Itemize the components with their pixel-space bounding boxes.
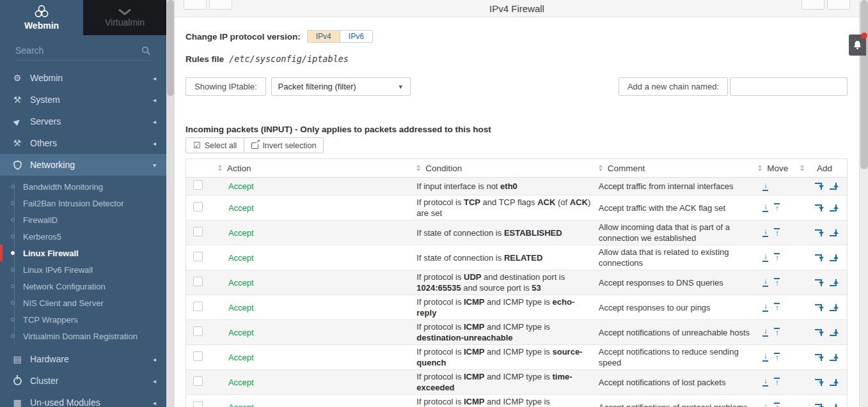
- move-up-button[interactable]: ↑: [774, 253, 780, 262]
- add-rule-above-button[interactable]: [830, 379, 837, 386]
- move-down-button[interactable]: ↓: [762, 203, 768, 212]
- add-rule-below-button[interactable]: [815, 254, 822, 261]
- rule-action-link[interactable]: Accept: [216, 203, 254, 213]
- add-rule-above-button[interactable]: [830, 404, 837, 407]
- move-up-button[interactable]: ↑: [774, 303, 780, 312]
- sidebar-item-virtualmin-domain-registration[interactable]: Virtualmin Domain Registration: [0, 328, 166, 344]
- rule-action-link[interactable]: Accept: [216, 227, 254, 238]
- move-down-button[interactable]: ↓: [762, 228, 768, 237]
- move-down-button[interactable]: ↓: [762, 278, 768, 287]
- add-rule-above-button[interactable]: [830, 304, 837, 311]
- page-scrollbar[interactable]: [859, 0, 868, 407]
- topbar-button[interactable]: [801, 0, 825, 10]
- move-down-button[interactable]: ↓: [762, 403, 768, 407]
- add-rule-below-button[interactable]: [815, 379, 822, 386]
- add-rule-below-button[interactable]: [815, 183, 822, 190]
- sidebar-item-others[interactable]: ⚒Others: [0, 132, 166, 154]
- rule-action-link[interactable]: Accept: [216, 302, 254, 313]
- search-input[interactable]: [15, 45, 141, 56]
- topbar-button[interactable]: [827, 0, 850, 10]
- rule-action-link[interactable]: Accept: [216, 352, 254, 363]
- sidebar-item-servers[interactable]: ▶Servers: [0, 111, 166, 132]
- sidebar-item-hardware[interactable]: ▤Hardware: [0, 348, 166, 370]
- page-scrollbar-thumb[interactable]: [860, 0, 868, 169]
- row-checkbox[interactable]: [193, 180, 203, 190]
- row-checkbox[interactable]: [193, 227, 203, 236]
- sidebar-scrollbar-thumb[interactable]: [167, 0, 174, 96]
- sidebar-scrollbar[interactable]: [166, 0, 175, 407]
- add-rule-below-button[interactable]: [815, 404, 822, 407]
- move-up-button[interactable]: ↑: [774, 203, 780, 212]
- move-up-button[interactable]: ↑: [774, 228, 780, 237]
- add-chain-button[interactable]: Add a new chain named:: [619, 77, 728, 96]
- add-rule-below-button[interactable]: [815, 329, 822, 336]
- add-chain-input[interactable]: [730, 77, 848, 96]
- header-move[interactable]: Move: [754, 162, 799, 175]
- add-rule-above-button[interactable]: [830, 329, 837, 336]
- row-checkbox[interactable]: [193, 302, 203, 311]
- add-rule-above-button[interactable]: [830, 183, 837, 190]
- sidebar-item-kerberos5[interactable]: Kerberos5: [0, 228, 166, 245]
- sidebar-item-fail2ban-intrusion-detector[interactable]: Fail2Ban Intrusion Detector: [0, 195, 166, 211]
- ipv6-button[interactable]: IPv6: [340, 31, 372, 42]
- row-checkbox[interactable]: [193, 202, 203, 211]
- iptable-select[interactable]: Packet filtering (filter) ▼: [271, 77, 411, 96]
- header-condition[interactable]: Condition: [413, 162, 594, 175]
- tab-webmin[interactable]: Webmin: [0, 0, 83, 35]
- topbar-button[interactable]: [209, 0, 232, 10]
- sidebar-item-cluster[interactable]: Cluster: [0, 370, 166, 392]
- sidebar-item-networking[interactable]: Networking: [0, 154, 166, 176]
- rule-action-link[interactable]: Accept: [216, 327, 254, 338]
- row-checkbox[interactable]: [193, 351, 203, 361]
- sidebar-item-system[interactable]: ⚒System: [0, 89, 166, 111]
- move-down-button[interactable]: ↓: [762, 378, 768, 387]
- row-checkbox[interactable]: [193, 401, 203, 407]
- sidebar-item-linux-ipv6-firewall[interactable]: Linux IPv6 Firewall: [0, 261, 166, 278]
- move-down-button[interactable]: ↓: [762, 303, 768, 312]
- rule-action-link[interactable]: Accept: [216, 402, 254, 407]
- add-rule-below-button[interactable]: [815, 354, 822, 361]
- rule-action-link[interactable]: Accept: [216, 181, 254, 192]
- add-rule-below-button[interactable]: [815, 229, 822, 236]
- rule-action-link[interactable]: Accept: [216, 252, 254, 263]
- sidebar-item-webmin[interactable]: ⚙Webmin: [0, 67, 166, 89]
- sidebar-item-tcp-wrappers[interactable]: TCP Wrappers: [0, 311, 166, 328]
- tab-virtualmin[interactable]: Virtualmin: [83, 0, 166, 35]
- add-rule-below-button[interactable]: [815, 304, 822, 311]
- header-action[interactable]: Action: [212, 162, 413, 175]
- topbar-button[interactable]: [184, 0, 207, 10]
- sidebar-item-firewalld[interactable]: FirewallD: [0, 211, 166, 228]
- add-rule-above-button[interactable]: [830, 204, 837, 211]
- notifications-bell-tab[interactable]: [849, 35, 866, 56]
- sidebar-item-linux-firewall[interactable]: Linux Firewall: [0, 245, 166, 261]
- move-up-button[interactable]: ↑: [774, 403, 780, 407]
- sidebar-item-bandwidth-monitoring[interactable]: Bandwidth Monitoring: [0, 178, 166, 195]
- move-up-button[interactable]: ↑: [774, 378, 780, 387]
- move-up-button[interactable]: ↑: [774, 328, 780, 337]
- row-checkbox[interactable]: [193, 376, 203, 386]
- rule-action-link[interactable]: Accept: [216, 277, 254, 288]
- sidebar-item-un-used-modules[interactable]: ▦Un-used Modules: [0, 392, 166, 407]
- move-down-button[interactable]: ↓: [762, 253, 768, 262]
- ipv4-button[interactable]: IPv4: [308, 31, 340, 42]
- rule-action-link[interactable]: Accept: [216, 377, 254, 388]
- sidebar-item-nis-client-and-server[interactable]: NIS Client and Server: [0, 295, 166, 311]
- row-checkbox[interactable]: [193, 326, 203, 336]
- sidebar-item-network-configuration[interactable]: Network Configuration: [0, 278, 166, 295]
- header-comment[interactable]: Comment: [595, 162, 755, 175]
- move-down-button[interactable]: ↓: [762, 328, 768, 337]
- add-rule-above-button[interactable]: [830, 279, 837, 286]
- add-rule-below-button[interactable]: [815, 204, 822, 211]
- add-rule-above-button[interactable]: [830, 254, 837, 261]
- showing-iptable-button[interactable]: Showing IPtable:: [185, 77, 266, 96]
- row-checkbox[interactable]: [193, 277, 203, 286]
- move-up-button[interactable]: ↑: [774, 353, 780, 362]
- add-rule-above-button[interactable]: [830, 354, 837, 361]
- add-rule-below-button[interactable]: [815, 279, 822, 286]
- add-rule-above-button[interactable]: [830, 229, 837, 236]
- move-down-button[interactable]: ↓: [762, 182, 768, 191]
- move-up-button[interactable]: ↑: [774, 278, 780, 287]
- select-all-button[interactable]: ☑ Select all: [185, 137, 244, 153]
- move-down-button[interactable]: ↓: [762, 353, 768, 362]
- header-add[interactable]: Add: [799, 162, 847, 175]
